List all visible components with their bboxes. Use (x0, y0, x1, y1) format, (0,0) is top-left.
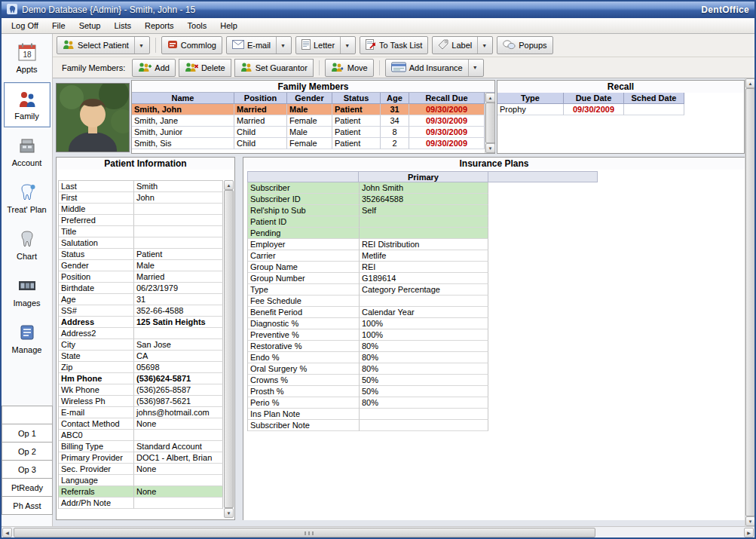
patient-info-row[interactable]: LastSmith (59, 181, 223, 192)
insurance-row[interactable]: Fee Schedule (248, 296, 488, 307)
scrollbar-thumb[interactable] (485, 103, 495, 143)
sidebar-item-account[interactable]: Account (4, 129, 51, 174)
patient-info-row[interactable]: StateCA (59, 351, 223, 362)
email-button[interactable]: E-mail ▼ (226, 36, 292, 54)
patient-info-row[interactable]: SS#352-66-4588 (59, 305, 223, 317)
patient-info-row[interactable]: Wireless Ph(536)987-5621 (59, 396, 223, 407)
sidebar-item-manage[interactable]: Manage (4, 316, 51, 361)
side-cell-op2[interactable]: Op 2 (2, 442, 53, 461)
patient-info-row[interactable]: Birthdate06/23/1979 (59, 283, 223, 294)
menu-setup[interactable]: Setup (72, 19, 108, 32)
family-grid-scrollbar[interactable]: ▲ ▼ (485, 93, 494, 153)
insurance-row[interactable]: TypeCategory Percentage (248, 284, 488, 296)
insurance-row[interactable]: Preventive %100% (248, 329, 488, 341)
sidebar-item-chart[interactable]: Chart (4, 222, 51, 268)
patient-info-row[interactable]: ReferralsNone (59, 486, 223, 498)
sidebar-item-family[interactable]: Family (4, 82, 51, 127)
side-cell-empty[interactable] (2, 406, 53, 424)
add-insurance-button[interactable]: Add Insurance ▼ (385, 59, 484, 77)
patient-info-row[interactable]: Age31 (59, 294, 223, 305)
move-button[interactable]: Move (325, 59, 374, 77)
insurance-row[interactable]: Oral Surgery %80% (248, 363, 488, 375)
insurance-row[interactable]: Endo %80% (248, 352, 488, 363)
insurance-row[interactable]: Pending (248, 228, 488, 239)
patient-info-row[interactable]: Salutation (59, 237, 223, 249)
patient-info-row[interactable]: Address2 (59, 328, 223, 339)
patient-photo[interactable] (56, 83, 130, 152)
popups-button[interactable]: Popups (497, 36, 552, 54)
dropdown-arrow-icon[interactable]: ▼ (477, 37, 487, 54)
insurance-row[interactable]: Subscriber ID352664588 (248, 194, 488, 205)
dropdown-arrow-icon[interactable]: ▼ (468, 60, 478, 76)
insurance-row[interactable]: Restorative %80% (248, 341, 488, 352)
patient-info-row[interactable]: ABC0 (59, 430, 223, 441)
dropdown-arrow-icon[interactable]: ▼ (340, 37, 350, 54)
menu-help[interactable]: Help (213, 19, 244, 32)
scroll-down-icon[interactable]: ▼ (224, 508, 234, 518)
recall-row[interactable]: Prophy09/30/2009 (497, 104, 744, 115)
insurance-row[interactable]: Group NameREI (248, 262, 488, 273)
family-member-row[interactable]: Smith, SisChildFemalePatient209/30/2009 (132, 138, 494, 149)
window-horizontal-scrollbar[interactable]: ◀ ▶ (2, 526, 754, 537)
side-cell-phasst[interactable]: Ph Asst (2, 496, 53, 515)
insurance-row[interactable]: Ins Plan Note (248, 409, 488, 420)
patient-info-row[interactable]: Title (59, 226, 223, 237)
patient-info-row[interactable]: Zip05698 (59, 362, 223, 373)
scroll-up-icon[interactable]: ▲ (224, 180, 234, 190)
patient-info-row[interactable]: GenderMale (59, 260, 223, 271)
scrollbar-thumb[interactable] (224, 190, 234, 508)
scroll-left-icon[interactable]: ◀ (2, 528, 12, 537)
insurance-row[interactable]: SubscriberJohn Smith (248, 182, 488, 194)
insurance-row[interactable]: CarrierMetlife (248, 250, 488, 262)
family-member-row[interactable]: Smith, JohnMarriedMalePatient3109/30/200… (132, 104, 494, 115)
family-member-row[interactable]: Smith, JaneMarriedFemalePatient3409/30/2… (132, 115, 494, 127)
side-cell-op3[interactable]: Op 3 (2, 460, 53, 479)
insurance-row[interactable]: EmployerREI Distribution (248, 239, 488, 250)
window-vertical-scrollbar[interactable]: ▲ ▼ (745, 78, 754, 526)
insurance-row[interactable]: Group NumberG189614 (248, 273, 488, 284)
menu-log-off[interactable]: Log Off (5, 19, 45, 32)
scroll-right-icon[interactable]: ▶ (744, 528, 754, 537)
side-cell-op1[interactable]: Op 1 (2, 424, 53, 443)
patient-info-row[interactable]: Address125 Satin Heights (59, 317, 223, 328)
scroll-up-icon[interactable]: ▲ (745, 78, 755, 88)
set-guarantor-button[interactable]: Set Guarantor (234, 59, 314, 77)
to-task-list-button[interactable]: To Task List (360, 36, 428, 54)
side-cell-ptready[interactable]: PtReady (2, 478, 53, 497)
patient-info-row[interactable]: Sec. ProviderNone (59, 464, 223, 475)
insurance-row[interactable]: Benefit PeriodCalendar Year (248, 307, 488, 318)
patient-info-row[interactable]: Language (59, 475, 223, 486)
patient-info-row[interactable]: Wk Phone(536)265-8587 (59, 384, 223, 396)
delete-family-member-button[interactable]: Delete (179, 59, 231, 77)
dropdown-arrow-icon[interactable]: ▼ (276, 37, 286, 54)
sidebar-item-images[interactable]: Images (4, 269, 51, 314)
patient-info-row[interactable]: Preferred (59, 215, 223, 226)
patient-info-row[interactable]: CitySan Jose (59, 339, 223, 351)
menu-lists[interactable]: Lists (107, 19, 138, 32)
patient-info-row[interactable]: FirstJohn (59, 192, 223, 204)
dropdown-arrow-icon[interactable]: ▼ (134, 37, 144, 54)
patient-info-row[interactable]: E-mailjohns@hotmail.com (59, 407, 223, 418)
sidebar-item-treat-plan[interactable]: Treat' Plan (4, 176, 51, 221)
menu-file[interactable]: File (45, 19, 72, 32)
insurance-row[interactable]: Diagnostic %100% (248, 318, 488, 329)
menu-reports[interactable]: Reports (138, 19, 181, 32)
add-family-member-button[interactable]: Add (132, 59, 176, 77)
commlog-button[interactable]: Commlog (161, 36, 222, 54)
patient-info-row[interactable]: Primary ProviderDOC1 - Albert, Brian (59, 452, 223, 464)
insurance-row[interactable]: Perio %80% (248, 397, 488, 409)
patient-info-row[interactable]: Hm Phone(536)624-5871 (59, 373, 223, 384)
patient-info-row[interactable]: StatusPatient (59, 249, 223, 260)
scroll-down-icon[interactable]: ▼ (485, 143, 495, 153)
patient-info-row[interactable]: Contact MethodNone (59, 418, 223, 430)
titlebar[interactable]: Demo Database {Admin} - Smith, John - 15… (2, 2, 754, 18)
patient-info-scrollbar[interactable]: ▲ ▼ (224, 180, 234, 518)
insurance-row[interactable]: Patient ID (248, 216, 488, 228)
insurance-row[interactable]: Subscriber Note (248, 420, 488, 431)
insurance-row[interactable]: Prosth %50% (248, 386, 488, 397)
insurance-row[interactable]: Rel'ship to SubSelf (248, 205, 488, 216)
sidebar-item-appts[interactable]: 18 Appts (4, 35, 51, 81)
patient-info-row[interactable]: Addr/Ph Note (59, 498, 223, 509)
patient-info-row[interactable]: Middle (59, 204, 223, 215)
scrollbar-thumb[interactable] (14, 528, 595, 537)
